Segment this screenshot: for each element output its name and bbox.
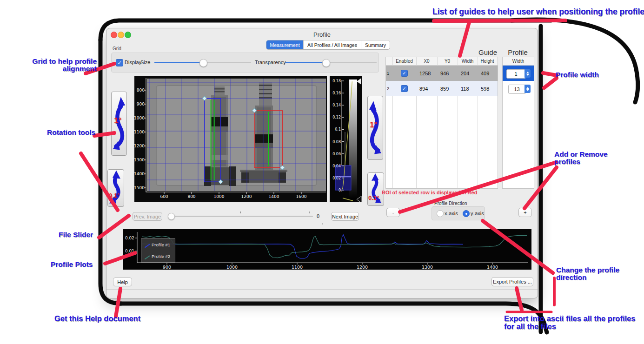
plot-legend: Profile #1 Profile #2 (141, 238, 175, 263)
annotation-file-slider: File Slider (59, 231, 93, 238)
display-checkbox[interactable]: ✓ (116, 59, 123, 66)
svg-text:1300: 1300 (422, 265, 433, 270)
profile-row-selected[interactable]: 1 (503, 66, 534, 81)
annotation-direction-line1: Change the profile (556, 266, 619, 274)
app-window: Profile Measurement All Profiles / All I… (106, 28, 538, 298)
transparency-label: Transparency (255, 60, 286, 65)
profile-width-stepper[interactable] (524, 85, 531, 93)
window-title: Profile (106, 31, 538, 38)
rotate-ccw-01deg-button[interactable]: 0.1° (367, 172, 384, 206)
display-label: Display (125, 60, 141, 65)
y-axis-radio[interactable] (463, 210, 470, 217)
guide-y0: 859 (440, 81, 449, 96)
file-slider-thumb[interactable] (168, 213, 175, 220)
svg-text:0.16: 0.16 (332, 91, 341, 95)
x-axis-label: x-axis (445, 211, 458, 216)
svg-text:0.18: 0.18 (332, 79, 341, 83)
svg-text:1300: 1300 (134, 158, 145, 162)
svg-text:1400: 1400 (487, 265, 498, 270)
annotation-export-line1: Export into ascii files all the profiles (504, 315, 635, 323)
svg-text:800: 800 (137, 88, 145, 93)
tab-all-profiles[interactable]: All Profiles / All Images (304, 40, 361, 49)
guide-enabled-checkbox[interactable]: ✓ (401, 66, 408, 81)
svg-text:0.01: 0.01 (125, 249, 134, 253)
svg-text:0.02: 0.02 (125, 236, 134, 240)
grid-groupbox: ✓ Display Size Transparency (111, 53, 379, 73)
remove-profile-button[interactable]: - (386, 208, 400, 217)
transparency-slider-thumb[interactable] (322, 59, 330, 67)
svg-text:1100: 1100 (134, 130, 145, 134)
annotation-add-remove-line2: profiles (554, 158, 608, 165)
guide-table-header: Enabled X0 Y0 Width Height (386, 57, 498, 66)
svg-text:1000: 1000 (214, 194, 225, 199)
annotation-help: Get this Help document (54, 315, 140, 323)
annotation-profile-width: Profile width (556, 71, 599, 79)
legend-line-blue-icon (145, 244, 150, 248)
level-histogram: 00.020.040.060.080.10.120.140.160.18 (330, 76, 362, 202)
profile-row[interactable]: 13 (503, 81, 534, 96)
tab-bar: Measurement All Profiles / All Images Su… (266, 40, 390, 50)
rotate-ccw-01deg-label: 0.1° (368, 194, 379, 201)
svg-text:600: 600 (160, 194, 168, 199)
x-axis-radio[interactable] (437, 210, 444, 217)
annotation-direction-line2: direction (556, 274, 619, 281)
profile-width-value[interactable]: 13 (508, 85, 525, 94)
svg-text:1000: 1000 (226, 265, 238, 270)
next-image-button[interactable]: Next Image (331, 212, 359, 221)
guide-col-y0: Y0 (437, 57, 458, 65)
size-slider-thumb[interactable] (199, 59, 207, 67)
annotation-profile-plots: Profile Plots (51, 261, 93, 268)
guide-height: 598 (481, 81, 489, 96)
guide-enabled-checkbox[interactable]: ✓ (401, 81, 408, 96)
svg-text:1400: 1400 (269, 194, 279, 199)
radiograph-image: 8009001000110012001300140015006008001000… (134, 76, 327, 202)
guide-col-x0: X0 (416, 57, 437, 65)
grid-group-label: Grid (113, 46, 121, 51)
tab-measurement[interactable]: Measurement (266, 40, 304, 49)
image-view-panel[interactable]: 8009001000110012001300140015006008001000… (134, 76, 327, 202)
tab-summary[interactable]: Summary (361, 40, 390, 49)
rotate-cw-icon (108, 170, 124, 205)
profile-col-width: Width (503, 57, 534, 66)
guide-x0: 894 (419, 81, 428, 96)
guide-table-row[interactable]: 1 ✓ 1258 946 204 409 (386, 66, 498, 81)
svg-text:1000: 1000 (134, 116, 145, 120)
level-marker-top-icon (357, 78, 361, 85)
annotation-export-line2: for all the files (504, 323, 635, 331)
size-label: Size (140, 60, 150, 65)
add-profile-button[interactable]: + (518, 208, 532, 217)
file-slider-track[interactable] (169, 216, 313, 217)
profile-title: Profile (502, 48, 533, 56)
guide-col-width: Width (458, 57, 478, 65)
profile-width-value[interactable]: 1 (506, 69, 525, 79)
svg-text:1400: 1400 (134, 172, 145, 176)
svg-text:1200: 1200 (134, 144, 145, 148)
help-button[interactable]: Help (113, 278, 132, 286)
annotation-guides: List of guides to help user when positio… (432, 7, 621, 16)
export-profiles-button[interactable]: Export Profiles ... (491, 277, 533, 286)
guide-width: 118 (461, 81, 469, 96)
prev-image-button[interactable]: Prev. Image (133, 212, 162, 221)
guide-table: Enabled X0 Y0 Width Height 1 ✓ 1258 946 … (385, 57, 498, 189)
guide-table-row[interactable]: 2 ✓ 894 859 118 598 (386, 81, 498, 96)
annotation-grid-line1: Grid to help profile (32, 58, 97, 65)
row-number: 2 (387, 81, 392, 96)
annotation-rotation: Rotation tools (47, 129, 95, 136)
profile-width-stepper[interactable] (524, 69, 531, 78)
rotate-ccw-1deg-button[interactable]: 1° (367, 96, 383, 160)
level-histogram-panel[interactable]: 00.020.040.060.080.10.120.140.160.18 (330, 76, 362, 202)
guide-y0: 946 (440, 66, 449, 81)
svg-text:900: 900 (137, 102, 145, 106)
svg-text:1600: 1600 (296, 194, 307, 199)
guide-x0: 1258 (419, 66, 431, 81)
annotation-direction: Change the profile direction (556, 266, 619, 282)
profile-plot: 900100011001200130014000.010.02 (123, 229, 531, 270)
svg-text:800: 800 (187, 194, 195, 199)
rotate-cw-1deg-button[interactable]: 1° (111, 92, 127, 156)
level-marker-bottom-icon (357, 196, 361, 202)
svg-text:0.06: 0.06 (332, 152, 341, 156)
svg-text:900: 900 (163, 265, 171, 270)
legend-line-teal-icon (145, 255, 150, 259)
rotate-cw-01deg-button[interactable]: 0.1° (107, 169, 124, 207)
svg-text:0.1: 0.1 (335, 127, 341, 132)
